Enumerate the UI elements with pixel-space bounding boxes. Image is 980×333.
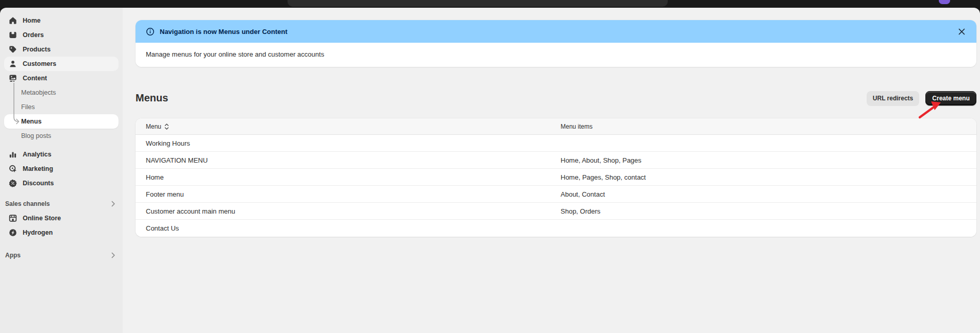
- home-icon: [8, 16, 17, 25]
- hydrogen-icon: [8, 229, 17, 237]
- section-label: Apps: [5, 252, 21, 259]
- column-header-menu[interactable]: Menu: [136, 123, 561, 130]
- sidebar-section-sales-channels[interactable]: Sales channels: [0, 197, 123, 211]
- sidebar-item-label: Marketing: [23, 165, 53, 172]
- sidebar-item-label: Files: [21, 103, 35, 111]
- info-icon: [146, 27, 155, 36]
- user-avatar[interactable]: [939, 0, 950, 4]
- chevron-right-icon: [111, 252, 115, 258]
- banner-title: Navigation is now Menus under Content: [160, 28, 288, 36]
- sidebar-item-label: Metaobjects: [21, 89, 56, 96]
- sidebar-item-hydrogen[interactable]: Hydrogen: [4, 225, 119, 240]
- sidebar-item-label: Online Store: [23, 215, 61, 222]
- sidebar-item-content[interactable]: Content: [4, 71, 119, 85]
- table-header-row: Menu Menu items: [136, 118, 976, 135]
- menus-table: Menu Menu items Working Hours NAVIGATION…: [136, 118, 976, 237]
- table-row[interactable]: Footer menu About, Contact: [136, 186, 976, 203]
- info-banner: Navigation is now Menus under Content Ma…: [136, 20, 976, 67]
- sidebar-item-customers[interactable]: Customers: [4, 57, 119, 71]
- sidebar-item-label: Blog posts: [21, 132, 51, 139]
- column-header-menu-items: Menu items: [561, 123, 976, 130]
- sidebar-item-label: Content: [23, 75, 47, 82]
- sidebar-item-label: Orders: [23, 31, 44, 39]
- menu-cell: Customer account main menu: [136, 207, 561, 215]
- sidebar-item-label: Menus: [21, 118, 42, 125]
- menu-cell: Contact Us: [136, 224, 561, 232]
- menu-cell: Home: [136, 173, 561, 181]
- sidebar-item-home[interactable]: Home: [4, 13, 119, 28]
- table-row[interactable]: Home Home, Pages, Shop, contact: [136, 169, 976, 186]
- analytics-icon: [8, 150, 17, 159]
- sidebar-item-discounts[interactable]: Discounts: [4, 176, 119, 190]
- sort-icon: [164, 123, 169, 130]
- chevron-right-icon: [111, 201, 115, 207]
- sidebar-item-blog-posts[interactable]: Blog posts: [4, 129, 119, 143]
- page-header: Menus URL redirects Create menu: [136, 91, 976, 106]
- table-row[interactable]: Contact Us: [136, 220, 976, 237]
- admin-frame: Home Orders Products Customers Content: [0, 8, 980, 333]
- main-content: Navigation is now Menus under Content Ma…: [123, 8, 980, 333]
- table-row[interactable]: NAVIGATION MENU Home, About, Shop, Pages: [136, 152, 976, 169]
- menu-items-cell: Home, Pages, Shop, contact: [561, 173, 976, 181]
- sidebar-item-label: Home: [23, 17, 41, 24]
- close-icon[interactable]: [955, 25, 968, 38]
- sidebar-item-marketing[interactable]: Marketing: [4, 162, 119, 176]
- discounts-icon: [8, 179, 17, 188]
- menu-items-cell: About, Contact: [561, 190, 976, 198]
- sidebar-item-label: Analytics: [23, 151, 52, 158]
- info-banner-header: Navigation is now Menus under Content: [136, 20, 976, 43]
- url-redirects-button[interactable]: URL redirects: [867, 91, 919, 106]
- sidebar-item-label: Customers: [23, 60, 56, 67]
- sidebar-item-online-store[interactable]: Online Store: [4, 211, 119, 225]
- sidebar-item-files[interactable]: Files: [4, 100, 119, 114]
- table-row[interactable]: Working Hours: [136, 135, 976, 152]
- sidebar-item-products[interactable]: Products: [4, 42, 119, 57]
- top-bar: [0, 0, 980, 8]
- menu-items-cell: Shop, Orders: [561, 207, 976, 215]
- menu-cell: NAVIGATION MENU: [136, 156, 561, 164]
- section-label: Sales channels: [5, 200, 50, 207]
- sidebar-section-apps[interactable]: Apps: [0, 248, 123, 262]
- table-row[interactable]: Customer account main menu Shop, Orders: [136, 203, 976, 220]
- sidebar-item-analytics[interactable]: Analytics: [4, 147, 119, 162]
- store-icon: [8, 214, 17, 223]
- page-actions: URL redirects Create menu: [867, 91, 976, 106]
- marketing-icon: [8, 165, 17, 173]
- menu-cell: Footer menu: [136, 190, 561, 198]
- sidebar-item-orders[interactable]: Orders: [4, 28, 119, 42]
- customers-icon: [8, 60, 17, 68]
- menu-items-cell: Home, About, Shop, Pages: [561, 156, 976, 164]
- sidebar-item-label: Hydrogen: [23, 229, 53, 236]
- banner-body: Manage menus for your online store and c…: [136, 43, 976, 67]
- sidebar-item-metaobjects[interactable]: Metaobjects: [4, 85, 119, 100]
- sidebar: Home Orders Products Customers Content: [0, 8, 123, 333]
- sidebar-item-label: Products: [23, 46, 50, 53]
- products-icon: [8, 45, 17, 54]
- search-bar[interactable]: [288, 0, 668, 7]
- create-menu-button[interactable]: Create menu: [925, 91, 976, 106]
- orders-icon: [8, 31, 17, 40]
- content-icon: [8, 74, 17, 83]
- page-title: Menus: [136, 91, 168, 106]
- sidebar-item-label: Discounts: [23, 180, 54, 187]
- menu-cell: Working Hours: [136, 139, 561, 147]
- sidebar-item-menus[interactable]: Menus: [4, 114, 119, 129]
